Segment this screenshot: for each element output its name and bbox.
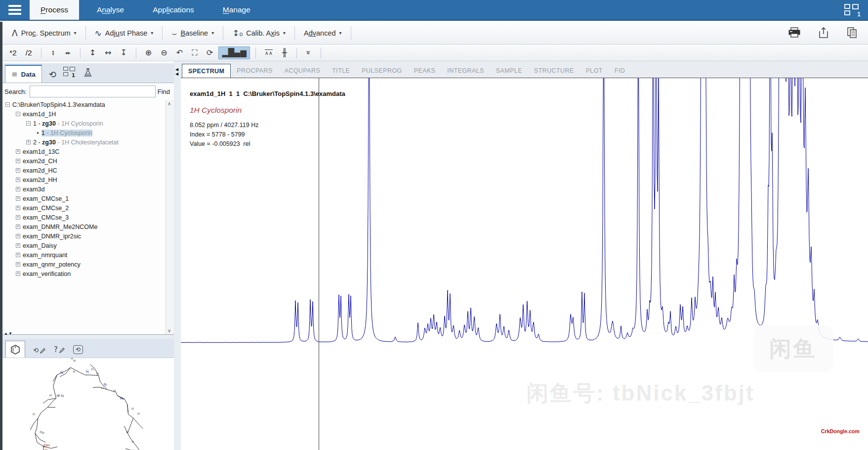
peaks-display-icon[interactable]: ▂█▄▆ (218, 46, 249, 59)
tree-expander-icon[interactable]: + (16, 253, 20, 257)
scroll-down-icon[interactable]: ∨ (167, 328, 171, 333)
panel-splitter[interactable]: ◀◀ (174, 61, 181, 450)
expand-more-icon[interactable]: » (302, 46, 315, 59)
splitter-collapse-icons[interactable]: ▲▼ (4, 331, 13, 336)
tab-integrals[interactable]: INTEGRALS (441, 64, 490, 78)
tree-item[interactable]: + exam2d_CH (2, 156, 165, 166)
tree-item[interactable]: + 2 - zg30 - 1H Cholesterylacetat (2, 137, 165, 147)
advanced-button[interactable]: Advanced ▾ (299, 26, 347, 40)
tree-item[interactable]: + exam_CMCse_1 (2, 194, 165, 203)
tree-expander-icon[interactable]: + (16, 178, 20, 182)
tree-item[interactable]: + exam1d_13C (2, 147, 165, 156)
tree-expander-icon[interactable]: + (16, 271, 20, 276)
tree-item[interactable]: + exam_DNMR_Me2NCOMe (2, 222, 165, 231)
window-layout-icon[interactable]: 1 (844, 4, 861, 17)
zoom-in-icon[interactable]: ⊕ (142, 46, 155, 59)
structure-view-tab[interactable] (5, 341, 25, 358)
tree-item[interactable]: + exam_CMCse_3 (2, 213, 165, 222)
tab-manage[interactable]: Manage (212, 0, 261, 20)
open-windows-icon[interactable]: 1 (63, 67, 76, 80)
tree-expander-icon[interactable]: + (16, 168, 20, 173)
edit-structure-icon[interactable]: ⟲ (33, 347, 46, 354)
tree-expander-icon[interactable]: + (16, 159, 20, 163)
tree-item[interactable]: + exam_DNMR_ipr2sic (2, 231, 165, 241)
tree-item[interactable]: − exam1d_1H (2, 109, 165, 119)
query-structure-icon[interactable]: ? (54, 345, 65, 354)
tab-peaks[interactable]: PEAKS (408, 64, 442, 78)
tab-spectrum[interactable]: SPECTRUM (182, 64, 231, 78)
flask-icon[interactable] (83, 68, 93, 80)
structure-panel-toolbar: ⟲ ? ⟲ (2, 339, 174, 358)
tree-expander-icon[interactable]: + (16, 243, 20, 248)
zoom-out-icon[interactable]: ⊖ (157, 46, 170, 59)
tab-pulseprog[interactable]: PULSEPROG (356, 64, 408, 78)
baseline-button[interactable]: ⌣ Baseline ▾ (166, 25, 219, 41)
collapse-panel-icons[interactable]: ◀◀ (175, 67, 178, 76)
tree-item[interactable]: + exam3d (2, 184, 165, 194)
tree-item[interactable]: ● 1 - 1H Cyclosporin (2, 128, 165, 137)
shift-vertical-icon[interactable]: ↕ (86, 46, 99, 59)
find-button[interactable]: Find (156, 88, 172, 95)
tab-acqupars[interactable]: ACQUPARS (279, 64, 326, 78)
tree-item[interactable]: + exam_verification (2, 269, 165, 278)
tree-scrollbar[interactable]: ∧ ∨ (165, 100, 174, 334)
tab-structure[interactable]: STRUCTURE (528, 64, 580, 78)
tree-item[interactable]: − 1 - zg30 - 1H Cyclosporin (2, 119, 165, 128)
tree-expander-icon[interactable]: + (16, 234, 20, 238)
tree-item[interactable]: + exam_nmrquant (2, 250, 165, 260)
hamburger-menu-icon[interactable] (0, 0, 30, 20)
tab-analyse[interactable]: Analyse (86, 0, 135, 20)
shift-baseline-icon[interactable]: ↧ (117, 46, 130, 59)
tree-item[interactable]: + exam_qnmr_potency (2, 260, 165, 269)
shift-horizontal-icon[interactable]: ↔ (101, 46, 115, 59)
tree-expander-icon[interactable]: + (16, 206, 20, 210)
calib-axis-button[interactable]: ↕₀ Calib. Axis ▾ (227, 25, 290, 41)
tree-item[interactable]: + exam_Daisy (2, 241, 165, 250)
tree-expander-icon[interactable]: − (16, 112, 20, 116)
tab-fid[interactable]: FID (609, 64, 631, 78)
tab-plot[interactable]: PLOT (580, 64, 609, 78)
tree-expander-icon[interactable]: − (26, 121, 31, 126)
sidebar-tab-data[interactable]: ≡ Data (5, 65, 42, 83)
tab-title[interactable]: TITLE (326, 64, 356, 78)
tree-expander-icon[interactable]: + (16, 187, 20, 191)
tree-item[interactable]: + exam2d_HC (2, 166, 165, 175)
copy-button[interactable] (845, 26, 859, 41)
export-button[interactable] (817, 26, 830, 41)
tab-procpars[interactable]: PROCPARS (231, 64, 278, 78)
tree-expander-icon[interactable]: + (16, 196, 20, 201)
tab-sample[interactable]: SAMPLE (490, 64, 528, 78)
scroll-up-icon[interactable]: ∧ (167, 101, 171, 106)
toolbar-action-icon: Λ (12, 28, 18, 38)
tree-expander-icon[interactable]: + (16, 225, 20, 229)
tree-expander-icon[interactable]: + (26, 140, 31, 144)
proc-spectrum-button[interactable]: Λ Proc. Spectrum ▾ (7, 25, 82, 41)
scale-horizontal-icon[interactable]: ◂▸ (62, 46, 75, 59)
structure-history-icon[interactable]: ⟲ (73, 345, 83, 354)
copy-icon (846, 27, 858, 39)
print-button[interactable] (787, 26, 802, 41)
tree-expander-icon[interactable]: − (5, 102, 10, 107)
tree-item[interactable]: + exam_CMCse_2 (2, 203, 165, 213)
tree-expander-icon[interactable]: + (16, 262, 20, 267)
scale-vertical-icon[interactable]: ▴▾ (47, 46, 60, 59)
tab-applications[interactable]: Applications (142, 0, 205, 20)
undo-zoom-icon[interactable]: ↶ (173, 46, 186, 59)
tree-root[interactable]: − C:\Bruker\TopSpin4.1.3\examdata (2, 100, 165, 109)
adjust-phase-button[interactable]: ∿ Adjust Phase ▾ (90, 25, 159, 41)
history-icon[interactable]: ⟲ (49, 69, 56, 80)
scale-div2-button[interactable]: /2 (22, 46, 36, 59)
sidebar-splitter[interactable]: ▲▼ (2, 334, 174, 339)
view-toolbar: *2 /2 ▴▾ ◂▸ ↕ (0, 45, 868, 61)
reset-zoom-icon[interactable]: ⟳ (203, 46, 216, 59)
spectrum-view[interactable]: exam1d_1H 1 1 C:\Bruker\TopSpin4.1.3\exa… (181, 78, 868, 450)
multiplet-icon[interactable]: ∧∧ (261, 46, 276, 59)
grid-icon[interactable]: ╫ (278, 46, 291, 59)
expand-full-icon[interactable]: ⛶ (188, 46, 201, 59)
tab-process[interactable]: Process (30, 0, 79, 20)
tree-expander-icon[interactable]: + (16, 215, 20, 220)
scale-times2-button[interactable]: *2 (6, 46, 20, 59)
search-input[interactable] (30, 86, 156, 97)
tree-item[interactable]: + exam2d_HH (2, 175, 165, 184)
tree-expander-icon[interactable]: + (16, 149, 20, 154)
